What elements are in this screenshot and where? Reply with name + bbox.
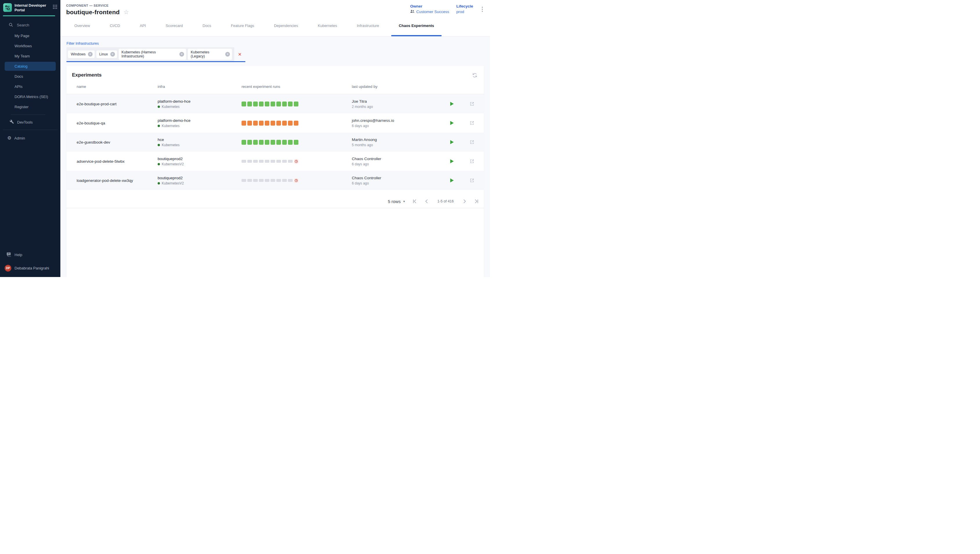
open-in-new-icon[interactable] (470, 178, 474, 183)
run-indicator[interactable] (294, 102, 298, 107)
run-indicator[interactable] (259, 179, 263, 182)
filter-chipbox[interactable]: Windows × Linux × Kubernetes (Harness In… (67, 47, 234, 61)
run-history[interactable] (241, 140, 352, 145)
run-indicator[interactable] (282, 179, 287, 182)
run-indicator[interactable] (282, 121, 287, 126)
tab-scorecard[interactable]: Scorecard (166, 15, 183, 36)
run-experiment-play-icon[interactable] (450, 140, 454, 144)
run-indicator[interactable] (294, 140, 298, 145)
table-row[interactable]: loadgenerator-pod-delete-xw3qy boutiquep… (67, 171, 484, 190)
next-page-icon[interactable] (462, 199, 467, 204)
run-history[interactable] (241, 178, 352, 183)
run-indicator[interactable] (247, 140, 252, 145)
run-indicator[interactable] (282, 102, 287, 107)
sidebar-item-docs[interactable]: Docs (0, 72, 61, 81)
tab-api[interactable]: API (140, 15, 146, 36)
run-indicator[interactable] (288, 140, 293, 145)
filter-chip[interactable]: Kubernetes (Harness Infrastructure) × (119, 49, 186, 60)
favorite-star-icon[interactable]: ☆ (123, 10, 129, 15)
run-indicator[interactable] (241, 179, 246, 182)
run-indicator[interactable] (253, 140, 258, 145)
open-in-new-icon[interactable] (470, 159, 474, 164)
run-indicator[interactable] (247, 121, 252, 126)
run-indicator[interactable] (259, 160, 263, 163)
run-experiment-play-icon[interactable] (450, 121, 454, 125)
tab-docs[interactable]: Docs (203, 15, 211, 36)
run-indicator[interactable] (253, 121, 258, 126)
open-in-new-icon[interactable] (470, 121, 474, 125)
tab-overview[interactable]: Overview (74, 15, 90, 36)
run-indicator[interactable] (241, 102, 246, 107)
run-experiment-play-icon[interactable] (450, 159, 454, 163)
tab-chaos-experiments[interactable]: Chaos Experiments (399, 15, 434, 36)
filter-field[interactable]: Windows × Linux × Kubernetes (Harness In… (67, 47, 245, 62)
run-indicator[interactable] (265, 121, 270, 126)
chip-remove-icon[interactable]: × (179, 52, 184, 57)
scheduled-run-clock-icon[interactable] (294, 159, 298, 164)
run-indicator[interactable] (288, 102, 293, 107)
tab-kubernetes[interactable]: Kubernetes (318, 15, 337, 36)
rows-per-page-select[interactable]: 5 rows ▾ (388, 199, 405, 204)
run-indicator[interactable] (259, 102, 263, 107)
scheduled-run-clock-icon[interactable] (294, 178, 298, 183)
run-indicator[interactable] (259, 140, 263, 145)
tab-feature-flags[interactable]: Feature Flags (231, 15, 254, 36)
sidebar-item-workflows[interactable]: Workflows (0, 41, 61, 51)
run-indicator[interactable] (265, 102, 270, 107)
run-indicator[interactable] (276, 179, 281, 182)
run-indicator[interactable] (276, 102, 281, 107)
sidebar-item-apis[interactable]: APIs (0, 81, 61, 92)
run-indicator[interactable] (282, 140, 287, 145)
filter-chip[interactable]: Kubernetes (Legacy) × (188, 49, 232, 60)
run-indicator[interactable] (241, 160, 246, 163)
table-row[interactable]: e2e-boutique-qa platform-demo-hce Kubern… (67, 113, 484, 132)
user-menu[interactable]: DP Debabrata Panigrahi (0, 264, 61, 272)
run-experiment-play-icon[interactable] (450, 178, 454, 182)
run-indicator[interactable] (282, 160, 287, 163)
tab-cicd[interactable]: CI/CD (110, 15, 120, 36)
sidebar-item-dora-metrics[interactable]: DORA Metrics (SEI) (0, 92, 61, 102)
help-button[interactable]: ? Help (0, 250, 61, 259)
table-row[interactable]: adservice-pod-delete-5lwbx boutiqueprod2… (67, 152, 484, 171)
run-indicator[interactable] (288, 160, 293, 163)
sidebar-item-register[interactable]: Register (0, 102, 61, 112)
prev-page-icon[interactable] (424, 199, 429, 204)
chip-remove-icon[interactable]: × (225, 52, 230, 57)
run-indicator[interactable] (247, 179, 252, 182)
run-indicator[interactable] (271, 121, 275, 126)
sidebar-item-my-team[interactable]: My Team (0, 51, 61, 61)
run-indicator[interactable] (271, 179, 275, 182)
clear-filters-icon[interactable]: × (234, 47, 245, 61)
run-indicator[interactable] (247, 102, 252, 107)
run-indicator[interactable] (276, 160, 281, 163)
run-indicator[interactable] (288, 179, 293, 182)
run-indicator[interactable] (271, 160, 275, 163)
chip-remove-icon[interactable]: × (110, 52, 115, 57)
run-indicator[interactable] (271, 140, 275, 145)
chip-remove-icon[interactable]: × (88, 52, 93, 57)
run-indicator[interactable] (276, 121, 281, 126)
table-row[interactable]: e2e-guestbook-dev hce Kubernetes Martin … (67, 132, 484, 152)
run-indicator[interactable] (265, 160, 270, 163)
run-indicator[interactable] (253, 179, 258, 182)
run-indicator[interactable] (265, 140, 270, 145)
run-history[interactable] (241, 159, 352, 164)
run-indicator[interactable] (253, 160, 258, 163)
table-row[interactable]: e2e-boutique-prod-cart platform-demo-hce… (67, 94, 484, 113)
run-indicator[interactable] (271, 102, 275, 107)
apps-grid-icon[interactable] (53, 4, 57, 10)
search-input[interactable]: Search (9, 22, 61, 28)
run-indicator[interactable] (247, 160, 252, 163)
run-history[interactable] (241, 121, 352, 126)
run-indicator[interactable] (265, 179, 270, 182)
sidebar-item-catalog[interactable]: Catalog (5, 62, 56, 71)
tab-infrastructure[interactable]: Infrastructure (357, 15, 379, 36)
run-indicator[interactable] (288, 121, 293, 126)
last-page-icon[interactable] (474, 199, 479, 204)
tab-dependencies[interactable]: Dependencies (274, 15, 298, 36)
run-experiment-play-icon[interactable] (450, 102, 454, 106)
run-indicator[interactable] (253, 102, 258, 107)
run-indicator[interactable] (241, 140, 246, 145)
run-indicator[interactable] (259, 121, 263, 126)
run-history[interactable] (241, 102, 352, 107)
